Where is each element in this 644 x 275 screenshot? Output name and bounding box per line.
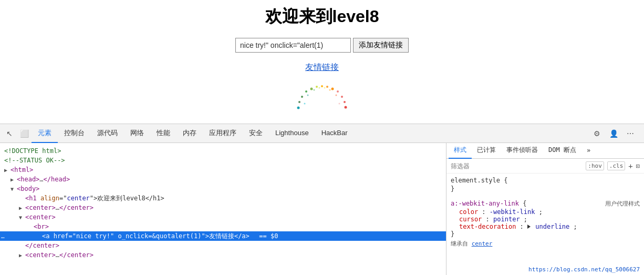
filter-box-button[interactable]: ⊡: [636, 162, 640, 170]
webkit-rule-header: a:-webkit-any-link { 用户代理样式: [451, 200, 640, 207]
styles-panel: 样式 已计算 事件侦听器 DOM 断点 » :hov .cls + ⊡ elem…: [446, 143, 644, 275]
svg-point-6: [321, 85, 323, 87]
h1-line[interactable]: <h1 align="center">欢迎来到level8</h1>: [0, 193, 446, 203]
head-line[interactable]: ▶ <head>…</head>: [0, 175, 446, 184]
tab-memory[interactable]: 内存: [176, 124, 203, 143]
svg-point-3: [337, 90, 339, 93]
body-open-tag: <body>: [17, 185, 39, 192]
tab-security[interactable]: 安全: [243, 124, 269, 143]
styles-tab-more[interactable]: »: [581, 143, 596, 159]
link-input[interactable]: [235, 38, 351, 53]
center1-line[interactable]: ▶ <center>…</center>: [0, 203, 446, 212]
center2-open-tag: <center>: [25, 213, 56, 221]
element-style-text: element.style {: [451, 177, 507, 184]
settings-icon[interactable]: ⚙: [589, 126, 604, 141]
styles-tab-event-listeners[interactable]: 事件侦听器: [501, 143, 543, 159]
device-tool-button[interactable]: ⬜: [17, 126, 32, 141]
styles-content: element.style { } a:-webkit-any-link { 用…: [446, 174, 644, 251]
styles-tab-computed[interactable]: 已计算: [472, 143, 501, 159]
svg-point-21: [307, 95, 309, 96]
br-line[interactable]: <br>: [0, 222, 446, 231]
svg-point-18: [324, 87, 326, 89]
cursor-prop-name: cursor: [459, 216, 482, 223]
anchor-tag: <a href="nice try!" o_nclick=&quotalert(…: [42, 232, 278, 241]
element-style-header: element.style {: [451, 177, 640, 184]
gauge-chart: [290, 78, 354, 110]
svg-point-5: [326, 86, 328, 88]
source-url: https://blog.csdn.net/qq_5006627: [528, 266, 640, 273]
cursor-tool-button[interactable]: ↖: [2, 126, 17, 141]
webpage-area: 欢迎来到level8 添加友情链接 友情链接: [0, 0, 644, 124]
cursor-prop-value: pointer: [493, 216, 520, 223]
tab-sources[interactable]: 源代码: [91, 124, 124, 143]
tab-network[interactable]: 网络: [124, 124, 150, 143]
filter-hov-button[interactable]: :hov: [586, 161, 604, 170]
center2-expand-icon: ▼: [19, 215, 25, 220]
br-tag: <br>: [34, 223, 49, 230]
filter-row: :hov .cls + ⊡: [446, 159, 644, 174]
doctype-text: <!DOCTYPE html>: [4, 147, 61, 155]
tab-elements[interactable]: 元素: [32, 124, 58, 143]
color-prop-name: color: [459, 208, 478, 216]
add-link-button[interactable]: 添加友情链接: [353, 38, 409, 53]
inherits-link[interactable]: center: [472, 240, 493, 247]
styles-tab-styles[interactable]: 样式: [449, 143, 472, 159]
svg-point-4: [331, 88, 334, 90]
color-prop-value: -webkit-link: [490, 208, 535, 216]
styles-tab-dom-breakpoints[interactable]: DOM 断点: [543, 143, 581, 159]
svg-point-11: [298, 101, 300, 103]
devtools-right-icons: ⚙ 👤 ⋯: [589, 126, 642, 141]
center2-close-line[interactable]: </center>: [0, 241, 446, 250]
expand-triangle-icon: [527, 225, 531, 229]
filter-cls-button[interactable]: .cls: [607, 161, 626, 170]
h1-tag: <h1 align="center">欢迎来到level8</h1>: [25, 194, 164, 203]
tab-console[interactable]: 控制台: [58, 124, 91, 143]
color-colon: :: [482, 208, 489, 216]
cursor-colon: :: [486, 216, 493, 223]
head-tag: <head>…</head>: [17, 176, 70, 183]
expand-icon: ▶: [4, 167, 11, 173]
friend-link[interactable]: 友情链接: [305, 62, 339, 73]
gauge-svg: [290, 78, 354, 110]
center2-open-line[interactable]: ▼ <center>: [0, 212, 446, 222]
text-decoration-prop-value: underline: [535, 223, 569, 230]
svg-point-22: [304, 103, 306, 105]
html-line[interactable]: ▶ <html>: [0, 165, 446, 175]
webkit-brace: {: [523, 200, 526, 207]
styles-tabs: 样式 已计算 事件侦听器 DOM 断点 »: [446, 143, 644, 159]
svg-point-8: [310, 88, 313, 90]
center2-close-tag: </center>: [25, 242, 59, 249]
tab-lighthouse[interactable]: Lighthouse: [269, 124, 315, 143]
center1-tag: <center>…</center>: [25, 204, 94, 211]
svg-point-1: [344, 101, 346, 103]
svg-point-12: [297, 107, 300, 109]
input-row: 添加友情链接: [235, 38, 409, 53]
anchor-line[interactable]: … <a href="nice try!" o_nclick=&quotaler…: [0, 231, 446, 241]
user-icon[interactable]: 👤: [606, 126, 621, 141]
tab-application[interactable]: 应用程序: [203, 124, 243, 143]
comment-line[interactable]: <!--STATUS OK-->: [0, 156, 446, 165]
svg-point-9: [305, 90, 307, 93]
color-semi: ;: [539, 208, 543, 216]
devtools-panel: ↖ ⬜ 元素 控制台 源代码 网络 性能 内存 应用程序 安全 Lighthou…: [0, 124, 644, 275]
tab-performance[interactable]: 性能: [150, 124, 176, 143]
filter-plus-button[interactable]: +: [628, 162, 632, 170]
center1-expand-icon: ▶: [19, 205, 25, 211]
webkit-selector: a:-webkit-any-link: [451, 200, 519, 207]
element-style-close: }: [451, 185, 640, 192]
center3-expand-icon: ▶: [19, 252, 25, 258]
cursor-prop: cursor : pointer ;: [451, 216, 640, 223]
webkit-rule-close: }: [451, 230, 640, 238]
styles-filter-input[interactable]: [451, 162, 583, 170]
center3-tag: <center>…</center>: [25, 251, 94, 259]
text-decoration-prop-name: text-decoration: [459, 223, 516, 230]
center3-line[interactable]: ▶ <center>…</center>: [0, 250, 446, 260]
elements-panel: <!DOCTYPE html> <!--STATUS OK--> ▶ <html…: [0, 143, 446, 275]
doctype-line[interactable]: <!DOCTYPE html>: [0, 146, 446, 156]
body-expand-icon: ▼: [11, 186, 17, 192]
devtools-tab-bar: ↖ ⬜ 元素 控制台 源代码 网络 性能 内存 应用程序 安全 Lighthou…: [0, 124, 644, 143]
more-icon[interactable]: ⋯: [623, 126, 638, 141]
tab-hackbar[interactable]: HackBar: [315, 124, 354, 143]
body-open-line[interactable]: ▼ <body>: [0, 184, 446, 193]
svg-point-2: [341, 96, 343, 98]
